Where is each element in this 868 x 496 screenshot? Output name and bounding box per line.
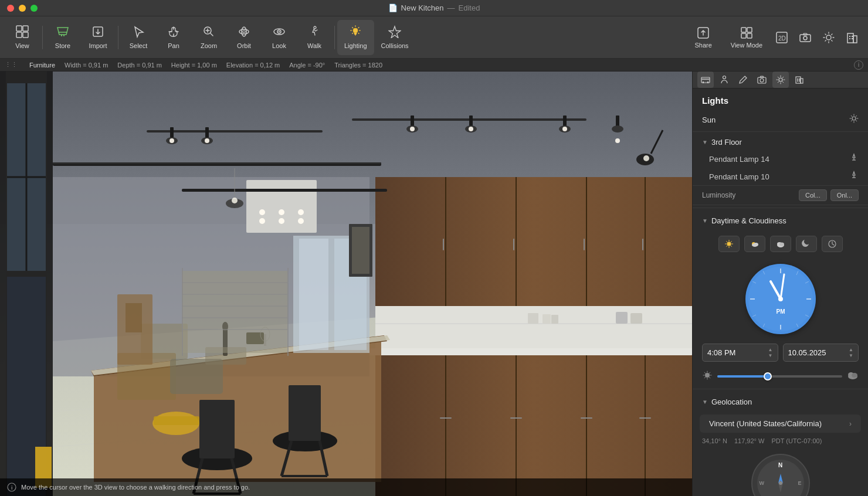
day-icon-cloudy[interactable] <box>770 236 791 252</box>
time-input[interactable]: 4:08 PM ▲ ▼ <box>702 344 778 362</box>
panel-tool-camera[interactable] <box>754 72 770 88</box>
daytime-header[interactable]: ▼ Daytime & Cloudiness <box>693 210 868 231</box>
time-stepper[interactable]: ▲ ▼ <box>768 347 773 358</box>
lamp2-item[interactable]: Pendant Lamp 10 <box>693 168 868 185</box>
toolbar-lighting[interactable]: Lighting <box>337 20 374 55</box>
panel-tool-person[interactable] <box>716 72 733 88</box>
window-controls[interactable] <box>7 5 38 12</box>
toolbar-select[interactable]: Select <box>121 20 156 55</box>
sep-1 <box>693 131 868 132</box>
geo-header[interactable]: ▼ Geolocation <box>693 392 868 412</box>
compass-north-label: N <box>778 462 782 468</box>
geo-timezone: PDT (UTC-07:00) <box>771 437 822 444</box>
toolbar-view[interactable]: View <box>5 20 40 55</box>
panel-tool-pencil[interactable] <box>735 72 751 88</box>
lamp2-label: Pendant Lamp 10 <box>709 172 769 181</box>
svg-rect-20 <box>747 33 752 38</box>
pan-label: Pan <box>168 42 179 49</box>
cloudiness-slider[interactable] <box>717 375 842 378</box>
svg-rect-31 <box>849 38 850 39</box>
svg-rect-108 <box>182 189 387 192</box>
toolbar-2d[interactable]: 2D <box>771 20 793 55</box>
geo-label: Geolocation <box>711 398 752 406</box>
lamp1-item[interactable]: Pendant Lamp 14 <box>693 150 868 168</box>
main-toolbar: View Store Import <box>0 16 868 59</box>
svg-point-101 <box>279 209 284 215</box>
col-button[interactable]: Col... <box>799 189 827 201</box>
svg-rect-135 <box>134 303 142 332</box>
compass-widget[interactable]: N S E W <box>751 454 810 496</box>
svg-point-24 <box>803 36 807 40</box>
toolbar-sun[interactable] <box>818 20 840 55</box>
panel-tool-sun[interactable] <box>772 72 789 88</box>
toolbar-pan[interactable]: Pan <box>156 20 191 55</box>
compass-west-label: W <box>760 480 765 486</box>
day-icon-sunny[interactable] <box>718 236 740 252</box>
toolbar-zoom[interactable]: Zoom <box>191 20 226 55</box>
import-label: Import <box>89 42 107 49</box>
svg-rect-77 <box>581 417 592 419</box>
toolbar-orbit[interactable]: Orbit <box>226 20 262 55</box>
toolbar-store[interactable]: Store <box>45 20 80 55</box>
svg-rect-65 <box>542 314 551 324</box>
svg-point-92 <box>469 127 473 131</box>
svg-rect-29 <box>849 36 850 37</box>
info-button[interactable]: i <box>854 60 863 70</box>
floor-section-header[interactable]: ▼ 3rd Floor <box>693 134 868 150</box>
daytime-section: ▼ Daytime & Cloudiness <box>693 210 868 386</box>
svg-rect-3 <box>23 32 28 38</box>
toolbar-right-group: Share View Mode 2D <box>687 20 863 55</box>
collisions-icon <box>388 25 401 40</box>
view-mode-label: View Mode <box>731 42 762 49</box>
right-panel: Lights Sun ▼ 3rd Floor <box>692 72 868 496</box>
toolbar-walk[interactable]: Walk <box>297 20 332 55</box>
cloud-icon <box>847 371 859 382</box>
panel-tool-furniture[interactable] <box>697 72 714 88</box>
svg-rect-60 <box>584 239 585 250</box>
svg-rect-145 <box>299 239 328 350</box>
svg-rect-23 <box>800 35 811 42</box>
cloudiness-thumb[interactable] <box>764 372 772 381</box>
maximize-button[interactable] <box>30 5 38 12</box>
view-mode-icon <box>740 26 753 39</box>
compass-east-label: E <box>798 480 801 486</box>
svg-point-103 <box>259 218 265 224</box>
svg-rect-148 <box>352 227 369 274</box>
geo-lon: 117,92° W <box>734 437 764 444</box>
svg-rect-75 <box>440 417 452 419</box>
date-input[interactable]: 10.05.2025 ▲ ▼ <box>783 344 859 362</box>
viewport-3d[interactable]: i Move the cursor over the 3D view to ch… <box>0 72 692 496</box>
svg-point-10 <box>243 30 245 33</box>
clock-widget[interactable]: PM <box>745 264 816 334</box>
svg-point-13 <box>279 31 280 32</box>
toolbar-building[interactable] <box>841 20 863 55</box>
panel-tool-building[interactable] <box>791 72 808 88</box>
compass-arrow-svg <box>769 471 792 495</box>
geo-location-item[interactable]: Vincent (United States/California) › <box>700 415 861 433</box>
svg-point-179 <box>752 243 758 247</box>
sun-settings-icon[interactable] <box>849 114 859 125</box>
toolbar-look[interactable]: Look <box>262 20 297 55</box>
depth-info: Depth = 0,91 m <box>117 62 162 69</box>
geo-lat: 34,10° N <box>702 437 727 444</box>
toolbar-view-mode[interactable]: View Mode <box>724 20 769 55</box>
toolbar-camera[interactable] <box>794 20 816 55</box>
toolbar-share[interactable]: Share <box>687 20 718 55</box>
day-icon-clock[interactable] <box>822 236 843 252</box>
toolbar-import[interactable]: Import <box>80 20 116 55</box>
date-stepper[interactable]: ▲ ▼ <box>849 347 853 358</box>
minimize-button[interactable] <box>19 5 26 12</box>
share-label: Share <box>694 42 711 49</box>
toolbar-collisions[interactable]: Collisions <box>374 20 416 55</box>
onl-button[interactable]: Onl... <box>830 189 859 201</box>
close-button[interactable] <box>7 5 14 12</box>
day-icon-partly-cloudy[interactable] <box>744 236 765 252</box>
svg-point-205 <box>852 373 857 378</box>
day-icon-night[interactable] <box>796 236 817 252</box>
view-label: View <box>15 42 29 49</box>
svg-rect-0 <box>16 26 22 31</box>
svg-rect-67 <box>616 312 628 324</box>
orbit-icon <box>238 25 250 40</box>
store-icon <box>56 25 69 40</box>
kitchen-scene <box>0 72 692 496</box>
